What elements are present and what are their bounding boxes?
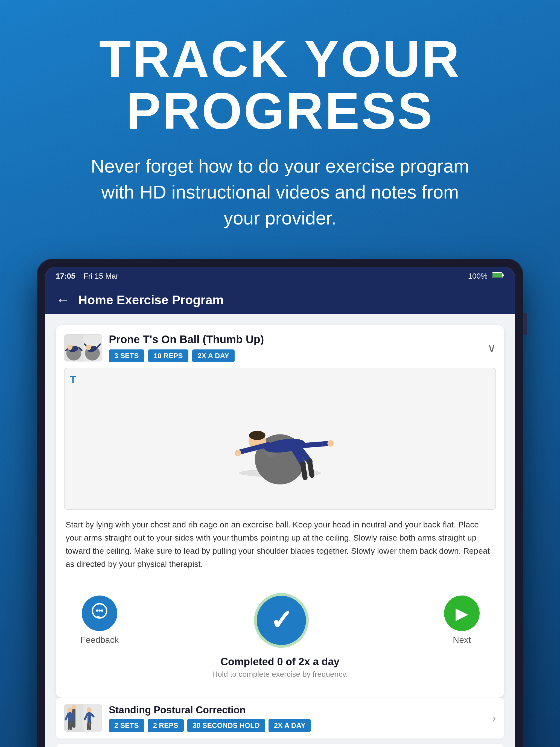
back-button[interactable]: ← xyxy=(56,292,70,308)
list-item-2[interactable]: Hip Hike 3 SETS 10 REPS 2X A DAY › xyxy=(56,744,504,747)
svg-point-14 xyxy=(86,344,91,350)
device-wrapper: 17:05 Fri 15 Mar 100% ← xyxy=(36,259,524,747)
battery-text: 100% xyxy=(468,272,487,281)
feedback-icon xyxy=(90,602,109,625)
more-exercises: Standing Postural Correction 2 SETS 2 RE… xyxy=(56,698,504,747)
next-label: Next xyxy=(453,635,471,645)
battery-icon xyxy=(492,272,504,281)
svg-line-30 xyxy=(303,464,305,478)
status-time: 17:05 xyxy=(56,272,75,281)
hero-section: TRACK YOUR PROGRESS Never forget how to … xyxy=(0,0,560,248)
tablet-outer: 17:05 Fri 15 Mar 100% ← xyxy=(36,259,524,747)
exercise-description: Start by lying with your chest and rib c… xyxy=(64,518,496,579)
complete-circle: ✓ xyxy=(254,593,309,648)
exercise-card: Prone T's On Ball (Thumb Up) 3 SETS 10 R… xyxy=(56,325,504,698)
status-bar: 17:05 Fri 15 Mar 100% xyxy=(45,267,515,286)
complete-button[interactable]: ✓ xyxy=(254,593,309,648)
collapse-icon[interactable]: ∨ xyxy=(487,341,496,355)
list-item-1[interactable]: Standing Postural Correction 2 SETS 2 RE… xyxy=(56,698,504,739)
tag-1-freq: 2X A DAY xyxy=(269,719,311,732)
status-date: Fri 15 Mar xyxy=(84,272,119,281)
exercise-info: Prone T's On Ball (Thumb Up) 3 SETS 10 R… xyxy=(109,333,264,362)
check-icon: ✓ xyxy=(270,604,293,636)
feedback-circle-bg xyxy=(82,595,117,631)
next-button[interactable]: ▶ Next xyxy=(444,595,480,645)
feedback-button[interactable]: Feedback xyxy=(80,595,119,645)
divider xyxy=(64,579,496,579)
svg-point-46 xyxy=(87,707,92,712)
list-item-1-info: Standing Postural Correction 2 SETS 2 RE… xyxy=(109,704,486,732)
next-icon: ▶ xyxy=(456,604,468,623)
tag-reps: 10 REPS xyxy=(148,350,188,362)
svg-point-39 xyxy=(68,707,73,712)
exercise-tags: 3 SETS 10 REPS 2X A DAY xyxy=(109,350,264,362)
svg-line-51 xyxy=(90,723,91,729)
list-thumb-1 xyxy=(64,704,102,732)
tablet-inner: 17:05 Fri 15 Mar 100% ← xyxy=(45,267,515,747)
status-right: 100% xyxy=(468,272,504,281)
exercise-header-left: Prone T's On Ball (Thumb Up) 3 SETS 10 R… xyxy=(64,333,264,362)
hero-subtitle: Never forget how to do your exercise pro… xyxy=(88,153,472,231)
svg-point-22 xyxy=(249,431,265,440)
tag-frequency: 2X A DAY xyxy=(192,350,235,362)
feedback-label: Feedback xyxy=(80,635,119,645)
svg-point-34 xyxy=(101,610,103,612)
exercise-header: Prone T's On Ball (Thumb Up) 3 SETS 10 R… xyxy=(64,333,496,362)
tag-sets: 3 SETS xyxy=(109,350,144,362)
svg-rect-1 xyxy=(502,274,504,277)
tablet-side-button xyxy=(524,313,527,335)
tag-1-sets: 2 SETS xyxy=(109,719,144,732)
action-area: Feedback ✓ ▶ N xyxy=(64,590,496,653)
svg-line-43 xyxy=(69,723,69,729)
svg-point-8 xyxy=(67,344,73,350)
svg-line-50 xyxy=(88,723,88,729)
video-logo: T xyxy=(70,374,76,385)
nav-bar: ← Home Exercise Program xyxy=(45,286,515,314)
tag-1-reps: 2 REPS xyxy=(148,719,184,732)
exercise-thumbnail xyxy=(64,334,102,361)
hero-title: TRACK YOUR PROGRESS xyxy=(44,33,516,137)
svg-point-26 xyxy=(327,440,334,446)
completed-title: Completed 0 of 2x a day xyxy=(64,656,496,668)
completed-section: Completed 0 of 2x a day Hold to complete… xyxy=(64,653,496,690)
svg-point-24 xyxy=(235,450,241,456)
svg-point-33 xyxy=(98,610,101,612)
next-circle-bg: ▶ xyxy=(444,595,480,631)
nav-title: Home Exercise Program xyxy=(78,292,224,307)
list-chevron-1: › xyxy=(492,712,496,724)
list-item-1-tags: 2 SETS 2 REPS 30 SECONDS HOLD 2X A DAY xyxy=(109,719,486,732)
video-container[interactable]: T xyxy=(64,368,496,510)
list-item-1-name: Standing Postural Correction xyxy=(109,704,486,716)
svg-line-25 xyxy=(301,443,330,445)
svg-point-32 xyxy=(96,610,98,612)
svg-rect-2 xyxy=(492,273,502,278)
svg-line-28 xyxy=(309,462,312,475)
tag-1-hold: 30 SECONDS HOLD xyxy=(187,719,265,732)
svg-line-44 xyxy=(71,723,71,729)
exercise-name: Prone T's On Ball (Thumb Up) xyxy=(109,333,264,345)
content-area: Prone T's On Ball (Thumb Up) 3 SETS 10 R… xyxy=(45,314,515,747)
completed-subtitle: Hold to complete exercise by frequency. xyxy=(64,670,496,679)
